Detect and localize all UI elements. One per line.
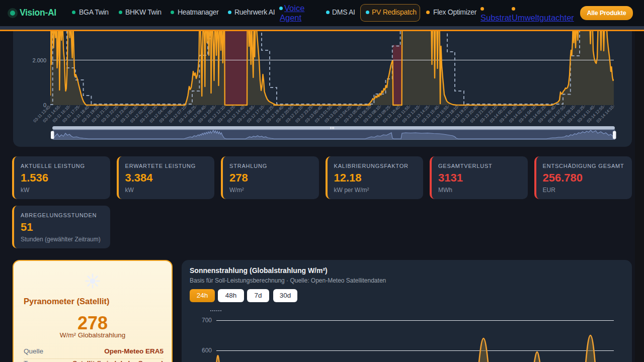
svg-text:2.000: 2.000 bbox=[32, 57, 46, 63]
svg-text:600: 600 bbox=[202, 347, 212, 354]
svg-text:700: 700 bbox=[202, 317, 212, 324]
